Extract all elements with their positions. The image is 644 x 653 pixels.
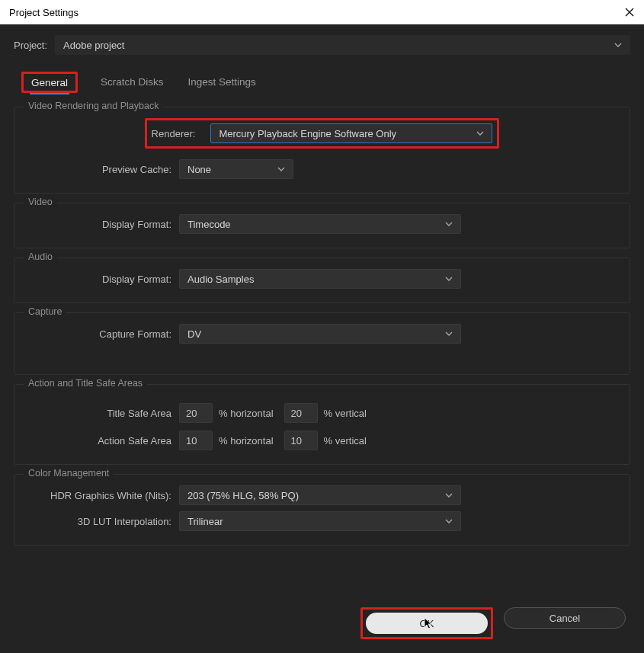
highlight-box-ok: OK — [360, 607, 493, 639]
audio-display-format-value: Audio Samples — [187, 274, 254, 285]
hdr-white-label: HDR Graphics White (Nits): — [27, 490, 179, 501]
pct-vertical-label: % vertical — [318, 435, 377, 447]
content-area: Project: Adobe project General Scratch D… — [0, 24, 644, 653]
titlebar: Project Settings — [0, 0, 644, 24]
project-select[interactable]: Adobe project — [55, 35, 630, 55]
pct-horizontal-label: % horizontal — [213, 435, 284, 447]
hdr-white-value: 203 (75% HLG, 58% PQ) — [187, 490, 299, 501]
chevron-down-icon — [476, 130, 484, 137]
chevron-down-icon — [277, 165, 285, 173]
action-safe-v-input[interactable]: 10 — [284, 431, 318, 450]
project-row: Project: Adobe project — [14, 35, 630, 55]
ok-button[interactable]: OK — [366, 613, 488, 634]
lut-interpolation-value: Trilinear — [187, 516, 223, 527]
section-title: Audio — [24, 251, 57, 262]
section-color-management: Color Management HDR Graphics White (Nit… — [14, 474, 630, 546]
title-safe-label: Title Safe Area — [27, 408, 179, 419]
tab-ingest-settings[interactable]: Ingest Settings — [187, 72, 258, 93]
lut-interpolation-label: 3D LUT Interpolation: — [27, 516, 179, 527]
chevron-down-icon — [445, 220, 453, 228]
footer: OK Cancel — [14, 594, 630, 644]
tab-general[interactable]: General — [30, 72, 69, 93]
window-title: Project Settings — [9, 7, 78, 18]
pct-vertical-label: % vertical — [318, 408, 377, 419]
section-title: Capture — [24, 306, 66, 317]
pct-horizontal-label: % horizontal — [213, 408, 284, 419]
project-value: Adobe project — [63, 40, 124, 51]
audio-display-format-label: Display Format: — [27, 274, 179, 285]
lut-interpolation-select[interactable]: Trilinear — [179, 511, 461, 531]
chevron-down-icon — [445, 491, 453, 499]
tabs: General Scratch Disks Ingest Settings — [14, 72, 630, 93]
video-display-format-label: Display Format: — [27, 219, 179, 230]
section-title: Video Rendering and Playback — [24, 101, 163, 111]
preview-cache-value: None — [187, 164, 211, 175]
chevron-down-icon — [445, 517, 453, 525]
preview-cache-select[interactable]: None — [179, 159, 293, 179]
capture-format-value: DV — [187, 328, 201, 340]
close-icon[interactable] — [624, 7, 635, 18]
highlight-box-renderer: Renderer: Mercury Playback Engine Softwa… — [145, 118, 500, 149]
capture-format-select[interactable]: DV — [179, 324, 461, 344]
capture-format-label: Capture Format: — [27, 328, 179, 340]
action-safe-h-input[interactable]: 10 — [179, 431, 213, 450]
hdr-white-select[interactable]: 203 (75% HLG, 58% PQ) — [179, 485, 461, 505]
chevron-down-icon — [445, 330, 453, 338]
cancel-button[interactable]: Cancel — [504, 607, 626, 629]
project-settings-window: Project Settings Project: Adobe project … — [0, 0, 644, 653]
project-label: Project: — [14, 40, 47, 51]
chevron-down-icon — [614, 41, 622, 49]
renderer-label: Renderer: — [152, 128, 203, 139]
section-title: Video — [24, 197, 57, 207]
section-audio: Audio Display Format: Audio Samples — [14, 258, 630, 303]
renderer-select[interactable]: Mercury Playback Engine Software Only — [210, 123, 492, 143]
section-safe-areas: Action and Title Safe Areas Title Safe A… — [14, 384, 630, 465]
title-safe-h-input[interactable]: 20 — [179, 403, 213, 423]
audio-display-format-select[interactable]: Audio Samples — [179, 269, 461, 289]
preview-cache-label: Preview Cache: — [27, 164, 179, 175]
section-title: Action and Title Safe Areas — [24, 378, 147, 389]
section-capture: Capture Capture Format: DV — [14, 312, 630, 375]
section-video-rendering: Video Rendering and Playback Renderer: M… — [14, 107, 630, 194]
chevron-down-icon — [445, 275, 453, 283]
highlight-box-general-tab: General — [21, 72, 78, 93]
section-video: Video Display Format: Timecode — [14, 203, 630, 248]
renderer-value: Mercury Playback Engine Software Only — [219, 128, 396, 139]
title-safe-v-input[interactable]: 20 — [284, 403, 318, 423]
action-safe-label: Action Safe Area — [27, 435, 179, 447]
section-title: Color Management — [24, 468, 114, 479]
tab-scratch-disks[interactable]: Scratch Disks — [99, 72, 165, 93]
video-display-format-select[interactable]: Timecode — [179, 214, 461, 234]
video-display-format-value: Timecode — [187, 219, 231, 230]
